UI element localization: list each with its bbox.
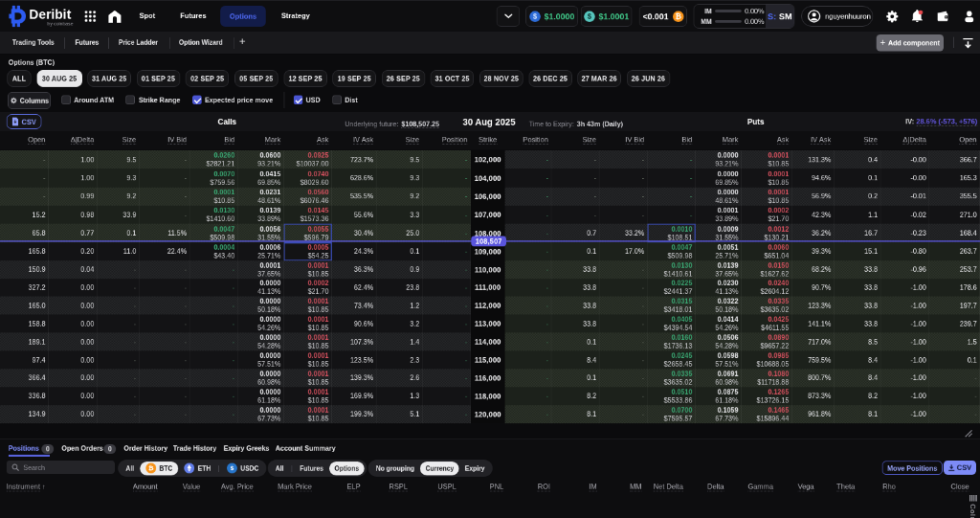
svg-text:$: $ bbox=[231, 464, 234, 471]
svg-text:$: $ bbox=[533, 12, 537, 20]
svg-text:₿: ₿ bbox=[675, 12, 681, 21]
svg-text:$: $ bbox=[588, 12, 591, 20]
svg-text:₿: ₿ bbox=[148, 464, 154, 471]
